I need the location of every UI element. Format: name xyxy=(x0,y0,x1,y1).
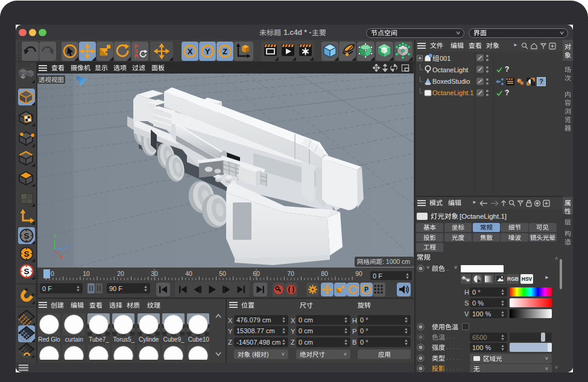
svg-text:S: S xyxy=(24,267,29,276)
svg-text:70: 70 xyxy=(287,270,294,277)
svg-text:10: 10 xyxy=(83,270,90,277)
svg-text:80: 80 xyxy=(321,270,328,277)
svg-text:0: 0 xyxy=(51,270,54,277)
svg-text:S: S xyxy=(24,249,29,258)
svg-text:S: S xyxy=(24,231,29,240)
svg-text:40: 40 xyxy=(185,270,192,277)
svg-text:20: 20 xyxy=(117,270,124,277)
svg-text:R: R xyxy=(134,53,138,59)
svg-text:Y: Y xyxy=(53,233,57,239)
svg-text:X: X xyxy=(60,254,63,260)
svg-text:Z: Z xyxy=(223,46,227,55)
svg-text:90: 90 xyxy=(355,270,362,277)
svg-text:P: P xyxy=(364,286,368,293)
svg-text:Y: Y xyxy=(205,46,210,55)
svg-text:Z: Z xyxy=(65,245,69,251)
svg-text:50: 50 xyxy=(219,270,226,277)
svg-text:X: X xyxy=(188,46,193,55)
